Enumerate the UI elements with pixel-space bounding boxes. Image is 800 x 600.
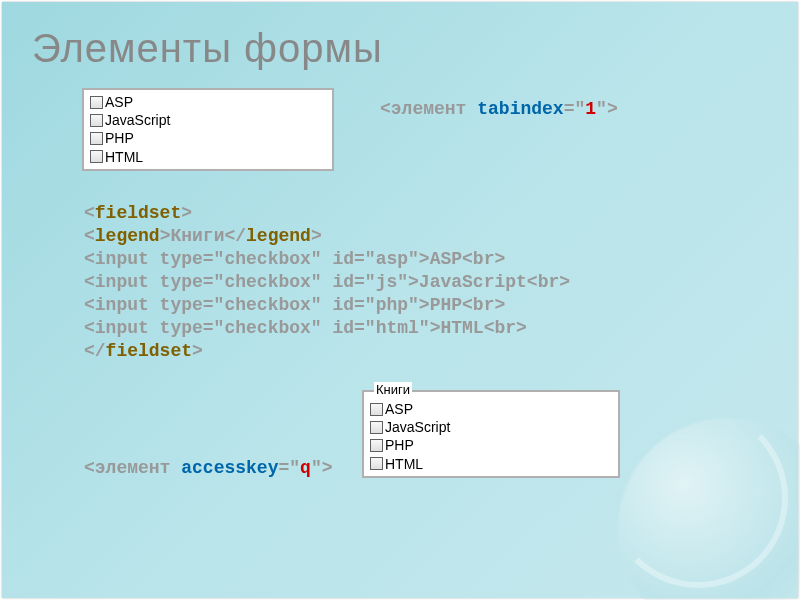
list-item: HTML xyxy=(90,148,326,166)
list-item: ASP xyxy=(370,400,612,418)
checkbox-label: PHP xyxy=(105,129,134,147)
equals: =" xyxy=(278,458,300,478)
checkbox-icon[interactable] xyxy=(370,439,383,452)
attr-value: 1 xyxy=(585,99,596,119)
legend-label: Книги xyxy=(374,382,412,397)
checkbox-label: HTML xyxy=(105,148,143,166)
checkbox-label: HTML xyxy=(385,455,423,473)
tag: fieldset xyxy=(95,203,181,223)
element-word: элемент xyxy=(391,99,467,119)
element-word: элемент xyxy=(95,458,171,478)
closing: "> xyxy=(311,458,333,478)
tag: legend xyxy=(246,226,311,246)
code-accesskey: <элемент accesskey="q"> xyxy=(84,457,333,480)
list-item: PHP xyxy=(370,436,612,454)
checkbox-icon[interactable] xyxy=(90,150,103,163)
fieldset-preview-1: ASP JavaScript PHP HTML xyxy=(82,88,334,171)
checkbox-label: JavaScript xyxy=(385,418,450,436)
text: Книги xyxy=(170,226,224,246)
bracket: < xyxy=(380,99,391,119)
checkbox-label: ASP xyxy=(385,400,413,418)
checkbox-icon[interactable] xyxy=(370,457,383,470)
checkbox-icon[interactable] xyxy=(90,114,103,127)
checkbox-icon[interactable] xyxy=(370,421,383,434)
slide: Элементы формы ASP JavaScript PHP HTML <… xyxy=(2,2,798,598)
attr-value: q xyxy=(300,458,311,478)
fieldset-preview-2: Книги ASP JavaScript PHP HTML xyxy=(362,390,620,478)
equals: =" xyxy=(564,99,586,119)
attr-name: accesskey xyxy=(181,458,278,478)
closing: "> xyxy=(596,99,618,119)
checkbox-icon[interactable] xyxy=(90,96,103,109)
bracket: < xyxy=(84,458,95,478)
tag: fieldset xyxy=(106,341,192,361)
code-block: <fieldset> <legend>Книги</legend> <input… xyxy=(84,202,570,363)
checkbox-label: JavaScript xyxy=(105,111,170,129)
checkbox-label: ASP xyxy=(105,93,133,111)
list-item: HTML xyxy=(370,455,612,473)
code-line: <input type="checkbox" id="js">JavaScrip… xyxy=(84,272,570,292)
checkbox-icon[interactable] xyxy=(90,132,103,145)
list-item: ASP xyxy=(90,93,326,111)
list-item: JavaScript xyxy=(370,418,612,436)
code-line: <input type="checkbox" id="php">PHP<br> xyxy=(84,295,505,315)
tag: legend xyxy=(95,226,160,246)
checkbox-icon[interactable] xyxy=(370,403,383,416)
attr-name: tabindex xyxy=(477,99,563,119)
list-item: PHP xyxy=(90,129,326,147)
code-line: <input type="checkbox" id="asp">ASP<br> xyxy=(84,249,505,269)
list-item: JavaScript xyxy=(90,111,326,129)
decorative-arc xyxy=(608,408,788,588)
code-tabindex: <элемент tabindex="1"> xyxy=(380,98,618,121)
slide-title: Элементы формы xyxy=(32,26,383,71)
checkbox-label: PHP xyxy=(385,436,414,454)
code-line: <input type="checkbox" id="html">HTML<br… xyxy=(84,318,527,338)
